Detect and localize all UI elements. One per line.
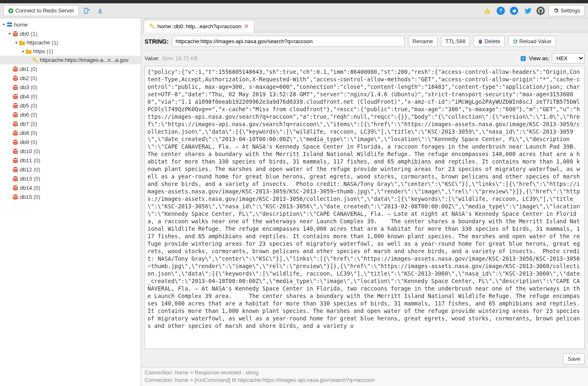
tree-label: https bbox=[33, 48, 45, 54]
database-icon bbox=[12, 102, 19, 109]
tree-connection-home[interactable]: ▾ home bbox=[0, 20, 141, 29]
tree-db0[interactable]: ▾ db0 (1) bbox=[0, 29, 141, 38]
tab-bar: home::db0::http...earch?q=raccoon ✕ bbox=[141, 18, 588, 32]
tree-label: db3 bbox=[20, 84, 29, 90]
warning-icon[interactable] bbox=[482, 5, 493, 16]
telegram-icon[interactable] bbox=[509, 5, 519, 16]
database-icon bbox=[12, 93, 19, 100]
import-icon[interactable] bbox=[81, 5, 92, 16]
tree-db[interactable]: db5(0) bbox=[0, 101, 141, 110]
value-label: Value: bbox=[145, 55, 160, 61]
tree-count: (0) bbox=[34, 166, 40, 173]
key-type-label: STRING: bbox=[145, 38, 169, 45]
tree-count: (0) bbox=[31, 112, 37, 118]
database-icon bbox=[12, 84, 19, 90]
tree-count: (1) bbox=[52, 39, 58, 46]
github-icon[interactable] bbox=[535, 5, 546, 16]
close-icon[interactable]: ✕ bbox=[244, 23, 249, 29]
log-line: Connection: home > Response received : s… bbox=[145, 369, 585, 376]
key-icon bbox=[149, 23, 155, 29]
tree-count: (0) bbox=[31, 84, 37, 90]
tree-db[interactable]: db11(0) bbox=[0, 156, 141, 165]
tree-label: db2 bbox=[20, 75, 29, 81]
database-icon bbox=[12, 148, 19, 154]
tree-count: (0) bbox=[34, 185, 40, 191]
download-icon[interactable] bbox=[95, 5, 106, 16]
value-panel: home::db0::http...earch?q=raccoon ✕ STRI… bbox=[141, 18, 588, 386]
tree-key-selected[interactable]: httpcache:https://images-a...n...a.gov bbox=[0, 56, 141, 64]
help-icon[interactable]: ? bbox=[495, 5, 506, 16]
tree-count: (0) bbox=[31, 66, 37, 72]
settings-label: Settings bbox=[561, 7, 580, 14]
svg-rect-1 bbox=[84, 8, 88, 13]
trash-icon bbox=[478, 39, 483, 44]
database-icon bbox=[12, 175, 19, 182]
tree-count: (0) bbox=[34, 157, 40, 164]
tree-label: db15 bbox=[20, 194, 32, 200]
save-button[interactable]: Save bbox=[563, 353, 585, 364]
tree-db[interactable]: db3(0) bbox=[0, 83, 141, 92]
tree-label: db1 bbox=[20, 66, 29, 72]
tree-count: (0) bbox=[34, 194, 40, 200]
folder-icon bbox=[25, 49, 32, 54]
svg-rect-5 bbox=[7, 25, 12, 27]
reload-button[interactable]: Reload Value bbox=[508, 36, 556, 47]
tree-db[interactable]: db10(0) bbox=[0, 147, 141, 156]
tree-label: db14 bbox=[20, 185, 32, 191]
gear-icon bbox=[553, 8, 559, 14]
twitter-icon[interactable] bbox=[522, 5, 533, 16]
database-icon bbox=[12, 157, 19, 164]
tree-db[interactable]: db6(0) bbox=[0, 110, 141, 119]
svg-rect-4 bbox=[7, 22, 12, 24]
database-icon bbox=[12, 111, 19, 118]
tree-db[interactable]: db8(0) bbox=[0, 128, 141, 137]
tree-label: db8 bbox=[20, 130, 29, 136]
chevron-down-icon: ▾ bbox=[21, 49, 25, 54]
folder-icon bbox=[18, 40, 26, 46]
chevron-down-icon: ▾ bbox=[14, 41, 18, 45]
connection-tree[interactable]: ▾ home ▾ db0 (1) ▾ httpcache (1) ▾ bbox=[0, 18, 141, 386]
database-icon bbox=[12, 66, 19, 72]
tree-count: (0) bbox=[34, 176, 40, 182]
window-menubar-strip bbox=[0, 0, 588, 3]
settings-button[interactable]: Settings bbox=[549, 5, 585, 16]
tree-count: (0) bbox=[31, 139, 37, 145]
tree-label: db6 bbox=[20, 112, 29, 118]
value-editor[interactable]: {"policy":{"v":1,"t":1556805148643,"sh":… bbox=[145, 66, 585, 349]
view-as-select[interactable]: HEX bbox=[552, 53, 585, 64]
tree-db[interactable]: db15(0) bbox=[0, 192, 141, 201]
server-icon bbox=[6, 21, 13, 28]
key-name-input[interactable] bbox=[172, 36, 405, 47]
tree-db[interactable]: db7(0) bbox=[0, 119, 141, 128]
tree-label: db5 bbox=[20, 103, 29, 109]
tree-count: (0) bbox=[31, 121, 37, 127]
delete-button[interactable]: Delete bbox=[473, 36, 505, 47]
rename-button[interactable]: Rename bbox=[408, 36, 438, 47]
tree-db[interactable]: db13(0) bbox=[0, 174, 141, 183]
format-icon[interactable] bbox=[520, 55, 526, 62]
tree-count: (1) bbox=[31, 31, 37, 37]
ttl-button[interactable]: TTL:588 bbox=[441, 36, 470, 47]
tree-db[interactable]: db12(0) bbox=[0, 165, 141, 174]
value-header: Value: Size: 19.72 KB View as: HEX bbox=[141, 51, 588, 66]
tree-label: db10 bbox=[20, 148, 32, 154]
key-actions-row: STRING: Rename TTL:588 Delete Reload Val… bbox=[141, 32, 588, 51]
tree-label: httpcache:https://images-a...n...a.gov bbox=[40, 57, 128, 63]
tree-db[interactable]: db4(0) bbox=[0, 92, 141, 101]
app-window: Connect to Redis Server ? Settings bbox=[0, 3, 588, 386]
tree-db[interactable]: db14(0) bbox=[0, 183, 141, 192]
tree-db[interactable]: db2(0) bbox=[0, 73, 141, 83]
database-icon bbox=[12, 129, 19, 136]
tree-db[interactable]: db9(0) bbox=[0, 137, 141, 147]
svg-rect-2 bbox=[487, 10, 487, 12]
tree-label: db0 bbox=[20, 31, 29, 37]
database-icon bbox=[12, 75, 19, 81]
value-tab[interactable]: home::db0::http...earch?q=raccoon ✕ bbox=[144, 20, 254, 32]
tree-folder-https[interactable]: ▾ https (1) bbox=[0, 47, 141, 56]
tree-label: db12 bbox=[20, 166, 32, 173]
tree-folder-httpcache[interactable]: ▾ httpcache (1) bbox=[0, 38, 141, 47]
plus-circle-icon bbox=[8, 8, 14, 14]
tree-db[interactable]: db1(0) bbox=[0, 64, 141, 73]
database-icon bbox=[12, 193, 19, 200]
connect-to-server-button[interactable]: Connect to Redis Server bbox=[3, 5, 79, 16]
